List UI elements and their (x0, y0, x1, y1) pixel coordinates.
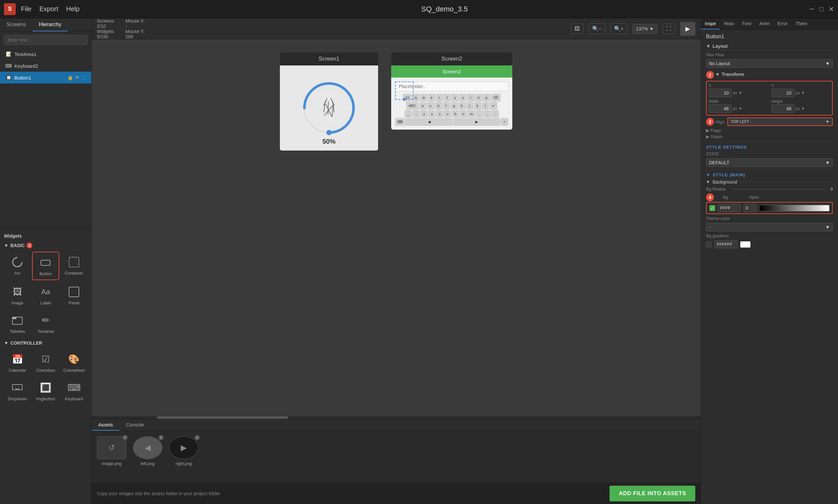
x-dropdown-icon[interactable]: ▼ (738, 91, 743, 95)
tab-inspector[interactable]: Inspe (701, 18, 720, 30)
kb-key[interactable]: d (435, 102, 442, 110)
widget-arc[interactable]: Arc (4, 252, 31, 280)
kb-key[interactable]: a (419, 102, 426, 110)
alpha-input[interactable] (743, 204, 756, 212)
widget-panel[interactable]: Panel (60, 282, 87, 309)
gradiens-hex-input[interactable] (715, 240, 737, 248)
kb-key[interactable]: i (467, 94, 474, 102)
asset-close-left[interactable]: × (158, 435, 164, 440)
widget-colorwheel[interactable]: 🎨 Colorwheel (60, 349, 87, 376)
kb-key[interactable]: r (436, 94, 443, 102)
canvas-scrollbar-thumb[interactable] (157, 416, 288, 419)
bg-enable-checkbox[interactable]: ✓ (709, 205, 715, 211)
kb-key[interactable]: u (459, 94, 466, 102)
kb-key[interactable]: _ (405, 110, 412, 118)
kb-mode[interactable]: ⌨ (395, 118, 405, 126)
more-icon[interactable]: ⋮ (82, 75, 86, 80)
kb-key[interactable]: e (428, 94, 435, 102)
zoom-in-btn[interactable]: 🔍+ (610, 23, 627, 34)
kb-key[interactable]: h (458, 102, 465, 110)
kb-key[interactable]: b (452, 110, 459, 118)
kb-left[interactable]: ◀ (406, 118, 453, 126)
kb-key[interactable]: f (443, 102, 450, 110)
asset-close-image[interactable]: × (122, 435, 128, 440)
kb-key[interactable]: t (444, 94, 451, 102)
kb-confirm[interactable]: ✓ (501, 118, 509, 126)
widget-button[interactable]: Button (32, 252, 59, 280)
kb-text-input[interactable] (395, 82, 509, 91)
tab-error[interactable]: Error (773, 18, 791, 30)
height-input[interactable] (771, 104, 795, 113)
kb-key[interactable]: j (466, 102, 473, 110)
kb-key[interactable]: q (412, 94, 419, 102)
basic-section-header[interactable]: ▼ BASIC 1 (0, 240, 91, 250)
kb-key[interactable]: k (474, 102, 481, 110)
widget-textarea[interactable]: ✏ Textarea (32, 310, 59, 337)
widget-checkbox[interactable]: ☑ Checkbox (32, 349, 59, 376)
kb-key[interactable]: p (483, 94, 490, 102)
kb-key[interactable]: . (476, 110, 483, 118)
tab-history[interactable]: Histo (720, 18, 738, 30)
y-input[interactable] (771, 89, 795, 97)
image-icon-btn[interactable]: 🖼 (571, 23, 583, 34)
bg-hex-input[interactable] (718, 204, 741, 212)
kb-backspace[interactable]: ⌫ (491, 94, 500, 102)
maximize-icon[interactable]: □ (819, 5, 823, 13)
kb-key[interactable]: m (467, 110, 475, 118)
add-file-button[interactable]: ADD FILE INTO ASSETS (609, 486, 695, 501)
widget-imgbutton[interactable]: 🔳 Imgbutton (32, 377, 59, 404)
x-input[interactable] (709, 89, 732, 97)
search-input[interactable] (4, 35, 87, 45)
kb-key[interactable]: v (444, 110, 451, 118)
y-dropdown-icon[interactable]: ▼ (801, 91, 805, 95)
kb-key[interactable]: , (484, 110, 491, 118)
kb-key[interactable]: - (412, 110, 420, 118)
widget-calendar[interactable]: 📅 Calendar (4, 349, 31, 376)
zoom-selector[interactable]: 137% ▼ (632, 24, 657, 34)
width-input[interactable] (709, 104, 732, 113)
tab-console[interactable]: Console (120, 419, 150, 431)
zoom-out-btn[interactable]: 🔍− (589, 23, 605, 34)
kb-key[interactable]: n (460, 110, 467, 118)
minimize-icon[interactable]: ─ (809, 5, 814, 13)
widget-label[interactable]: Aa Label (32, 282, 59, 309)
states-section[interactable]: ▶ States (706, 134, 833, 139)
width-dropdown-icon[interactable]: ▼ (738, 106, 743, 111)
kb-key[interactable]: z (420, 110, 428, 118)
kb-key[interactable]: ABC (406, 102, 418, 110)
hierarchy-item-keyboard[interactable]: ⌨ Keyboard2 (0, 60, 91, 72)
flags-section[interactable]: ▶ Flags (706, 128, 833, 133)
bg-radius-slider[interactable] (731, 188, 825, 190)
widget-keyboard[interactable]: ⌨ Keyboard (60, 377, 87, 404)
widget-tabview[interactable]: Tabview (4, 310, 31, 337)
state-dropdown[interactable]: DEFAULT ▼ (706, 158, 833, 167)
widget-dropdown[interactable]: Dropdown (4, 377, 31, 404)
kb-key[interactable]: g (450, 102, 458, 110)
flex-flow-dropdown[interactable]: No Layout ▼ (706, 59, 833, 68)
align-dropdown[interactable]: TOP LEFT ▼ (727, 118, 833, 126)
close-icon[interactable]: ✕ (828, 5, 834, 13)
kb-key[interactable]: o (475, 94, 482, 102)
controller-section-header[interactable]: ▼ CONTROLLER (0, 338, 91, 347)
height-dropdown-icon[interactable]: ▼ (801, 106, 805, 111)
widget-image[interactable]: 🖼 Image (4, 282, 31, 309)
kb-key[interactable]: s (427, 102, 434, 110)
tab-hierarchy[interactable]: Hierarchy (32, 18, 68, 32)
tab-anim[interactable]: Anim (755, 18, 773, 30)
kb-enter[interactable]: ↵ (490, 102, 497, 110)
hierarchy-item-button[interactable]: 🔲 Button1 🔒 👁 ⋮ (0, 72, 91, 84)
menu-file[interactable]: File (21, 5, 32, 13)
menu-help[interactable]: Help (66, 5, 79, 13)
eye-icon[interactable]: 👁 (75, 75, 79, 80)
kb-key[interactable]: : (492, 110, 499, 118)
theme-color-dropdown[interactable]: - ▼ (706, 223, 833, 231)
kb-key[interactable]: w (420, 94, 427, 102)
lock-icon[interactable]: 🔒 (68, 75, 73, 80)
fullscreen-btn[interactable]: ⛶ (662, 23, 675, 34)
alpha-gradient-bar[interactable] (759, 205, 830, 212)
kb-key[interactable]: l (482, 102, 489, 110)
kb-key[interactable]: c (436, 110, 443, 118)
tab-theme[interactable]: Them (791, 18, 811, 30)
play-btn[interactable]: ▶ (680, 22, 695, 36)
hierarchy-item-textarea[interactable]: 📝 TextArea1 (0, 48, 91, 60)
